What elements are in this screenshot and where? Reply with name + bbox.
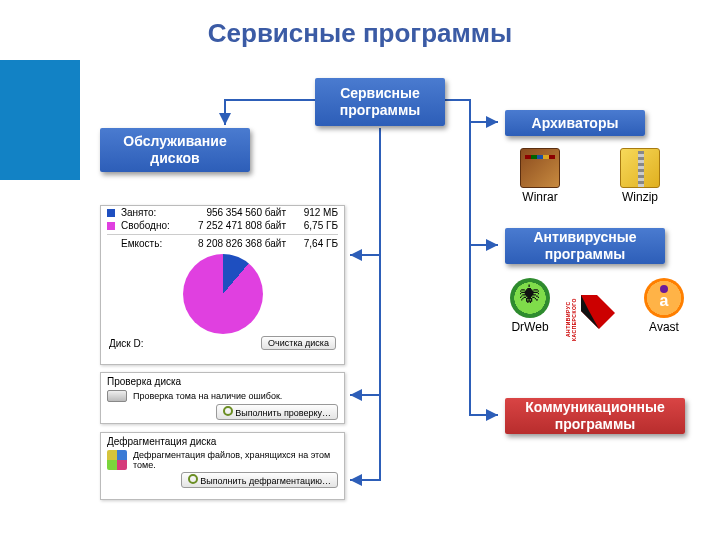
av-avast: Avast: [644, 278, 684, 334]
legend-used-label: Занято:: [121, 207, 156, 218]
check-desc: Проверка тома на наличие ошибок.: [133, 391, 338, 401]
legend-used-icon: [107, 209, 115, 217]
node-arch-label: Архиваторы: [532, 115, 619, 132]
avast-label: Avast: [644, 320, 684, 334]
kaspersky-icon: [577, 291, 617, 331]
node-comm-label: Коммуникационные программы: [515, 399, 675, 433]
archiver-winrar: Winrar: [520, 148, 560, 204]
legend-free-icon: [107, 222, 115, 230]
node-disk-label: Обслуживание дисков: [110, 133, 240, 167]
defrag-desc: Дефрагментация файлов, хранящихся на это…: [133, 450, 338, 470]
av-drweb: DrWeb: [510, 278, 550, 334]
winzip-label: Winzip: [620, 190, 660, 204]
node-communication: Коммуникационные программы: [505, 398, 685, 434]
node-antivirus: Антивирусные программы: [505, 228, 665, 264]
cap-bytes: 8 208 826 368 байт: [198, 238, 286, 249]
drweb-label: DrWeb: [510, 320, 550, 334]
gear-icon: [188, 474, 198, 484]
drweb-icon: [510, 278, 550, 318]
node-av-label: Антивирусные программы: [515, 229, 655, 263]
av-kaspersky: АНТИВИРУС КАСПЕРСКОГО: [562, 291, 632, 334]
node-root-label: Сервисные программы: [325, 85, 435, 119]
hdd-icon: [107, 390, 127, 402]
drive-label: Диск D:: [109, 338, 144, 349]
node-root: Сервисные программы: [315, 78, 445, 126]
gear-icon: [223, 406, 233, 416]
avast-icon: [644, 278, 684, 318]
cap-human: 7,64 ГБ: [292, 238, 338, 249]
disk-cleanup-button[interactable]: Очистка диска: [261, 336, 336, 350]
node-disk-maintenance: Обслуживание дисков: [100, 128, 250, 172]
archiver-winzip: Winzip: [620, 148, 660, 204]
defrag-run-button[interactable]: Выполнить дефрагментацию…: [181, 472, 338, 488]
panel-check-disk: Проверка диска Проверка тома на наличие …: [100, 372, 345, 424]
defrag-icon: [107, 450, 127, 470]
free-human: 6,75 ГБ: [292, 220, 338, 231]
winrar-icon: [520, 148, 560, 188]
decorative-sidebar: [0, 60, 80, 180]
legend-cap-label: Емкость:: [121, 238, 162, 249]
defrag-title: Дефрагментация диска: [107, 436, 338, 447]
used-bytes: 956 354 560 байт: [206, 207, 286, 218]
free-bytes: 7 252 471 808 байт: [198, 220, 286, 231]
check-title: Проверка диска: [107, 376, 338, 387]
legend-free-label: Свободно:: [121, 220, 170, 231]
winzip-icon: [620, 148, 660, 188]
page-title: Сервисные программы: [0, 18, 720, 49]
used-human: 912 МБ: [292, 207, 338, 218]
panel-defrag: Дефрагментация диска Дефрагментация файл…: [100, 432, 345, 500]
check-run-button[interactable]: Выполнить проверку…: [216, 404, 338, 420]
node-archivers: Архиваторы: [505, 110, 645, 136]
pie-chart-icon: [183, 254, 263, 334]
panel-disk-usage: Занято:956 354 560 байт912 МБ Свободно:7…: [100, 205, 345, 365]
winrar-label: Winrar: [520, 190, 560, 204]
